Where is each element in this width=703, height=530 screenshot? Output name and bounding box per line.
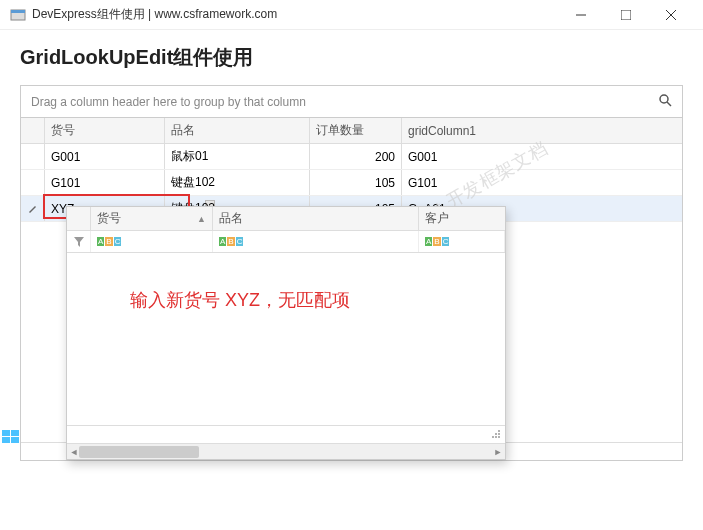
filter-cell-kehu[interactable]: ABC xyxy=(419,231,505,252)
cell-grid1[interactable]: G001 xyxy=(402,144,682,169)
scroll-right-icon[interactable]: ► xyxy=(491,444,505,460)
cell-pinming[interactable]: 鼠标01 xyxy=(165,144,310,169)
svg-rect-3 xyxy=(621,10,631,20)
dropdown-header-row: 货号 ▲ 品名 客户 xyxy=(67,207,505,231)
minimize-button[interactable] xyxy=(558,0,603,30)
group-panel-text: Drag a column header here to group by th… xyxy=(31,95,306,109)
column-header-dingdanshuliang[interactable]: 订单数量 xyxy=(310,118,402,143)
svg-rect-14 xyxy=(2,430,10,436)
svg-point-11 xyxy=(498,436,500,438)
column-header-huohao[interactable]: 货号 xyxy=(45,118,165,143)
dropdown-body-empty xyxy=(67,253,505,443)
resize-grip-icon[interactable] xyxy=(491,429,501,441)
dropdown-footer xyxy=(67,425,505,443)
app-icon xyxy=(10,7,26,23)
search-icon[interactable] xyxy=(658,93,672,110)
annotation-text: 输入新货号 XYZ，无匹配项 xyxy=(130,288,350,312)
cell-pinming[interactable]: 键盘102 xyxy=(165,170,310,195)
close-button[interactable] xyxy=(648,0,693,30)
column-header-pinming[interactable]: 品名 xyxy=(165,118,310,143)
row-indicator-edit xyxy=(21,196,45,221)
filter-icon[interactable] xyxy=(67,231,91,252)
svg-point-12 xyxy=(495,436,497,438)
filter-cell-pinming[interactable]: ABC xyxy=(213,231,419,252)
grid-header-row: 货号 品名 订单数量 gridColumn1 xyxy=(21,118,682,144)
svg-rect-15 xyxy=(11,430,19,436)
svg-rect-16 xyxy=(2,437,10,443)
cell-huohao[interactable]: G001 xyxy=(45,144,165,169)
column-header-gridcolumn1[interactable]: gridColumn1 xyxy=(402,118,682,143)
filter-chip-icon: ABC xyxy=(425,237,449,246)
svg-rect-17 xyxy=(11,437,19,443)
filter-chip-icon: ABC xyxy=(219,237,243,246)
filter-chip-icon: ABC xyxy=(97,237,121,246)
lookup-dropdown-popup: 货号 ▲ 品名 客户 ABC ABC ABC ◄ ► xyxy=(66,206,506,460)
cell-huohao[interactable]: G101 xyxy=(45,170,165,195)
cell-qty[interactable]: 200 xyxy=(310,144,402,169)
scroll-thumb[interactable] xyxy=(79,446,199,458)
dropdown-scrollbar-horizontal[interactable]: ◄ ► xyxy=(67,443,505,459)
svg-rect-1 xyxy=(11,10,25,13)
row-indicator xyxy=(21,144,45,169)
page-title: GridLookUpEdit组件使用 xyxy=(20,44,683,71)
cell-qty[interactable]: 105 xyxy=(310,170,402,195)
table-row[interactable]: G001 鼠标01 200 G001 xyxy=(21,144,682,170)
dropdown-column-kehu[interactable]: 客户 xyxy=(419,207,505,230)
table-row[interactable]: G101 键盘102 105 G101 xyxy=(21,170,682,196)
window-title: DevExpress组件使用 | www.csframework.com xyxy=(32,6,558,23)
svg-point-13 xyxy=(492,436,494,438)
svg-point-9 xyxy=(498,433,500,435)
sort-ascending-icon: ▲ xyxy=(197,214,206,224)
indicator-header xyxy=(21,118,45,143)
svg-point-10 xyxy=(495,433,497,435)
svg-point-6 xyxy=(660,95,668,103)
cell-grid1[interactable]: G101 xyxy=(402,170,682,195)
dropdown-column-huohao[interactable]: 货号 ▲ xyxy=(91,207,213,230)
dropdown-filter-row: ABC ABC ABC xyxy=(67,231,505,253)
row-indicator xyxy=(21,170,45,195)
maximize-button[interactable] xyxy=(603,0,648,30)
svg-point-8 xyxy=(498,430,500,432)
group-panel[interactable]: Drag a column header here to group by th… xyxy=(21,86,682,118)
dropdown-column-pinming[interactable]: 品名 xyxy=(213,207,419,230)
svg-line-7 xyxy=(667,102,671,106)
title-bar: DevExpress组件使用 | www.csframework.com xyxy=(0,0,703,30)
filter-cell-huohao[interactable]: ABC xyxy=(91,231,213,252)
dropdown-indicator-header xyxy=(67,207,91,230)
windows-logo-icon xyxy=(2,430,20,444)
